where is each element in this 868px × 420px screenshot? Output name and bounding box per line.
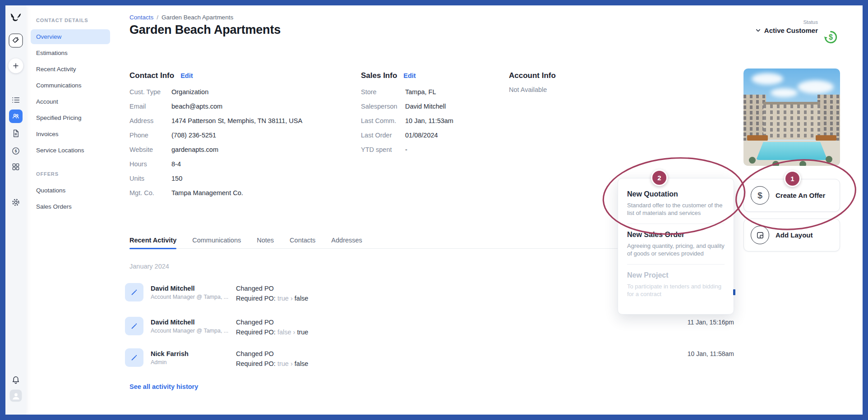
sidebar-item-sales-orders[interactable]: Sales Orders bbox=[31, 199, 110, 214]
see-all-activity-link[interactable]: See all activity history bbox=[129, 383, 198, 390]
field-value: 01/08/2024 bbox=[405, 131, 438, 140]
po-label: Required PO: bbox=[236, 360, 276, 367]
po-new-value: true bbox=[297, 329, 308, 336]
status-label: Status bbox=[728, 19, 818, 25]
rail-button-documents[interactable] bbox=[11, 129, 21, 138]
rail-button-notifications[interactable] bbox=[11, 375, 21, 385]
activity-change-detail: Required PO: false › true bbox=[236, 329, 308, 336]
sidebar-item-recent-activity[interactable]: Recent Activity bbox=[31, 62, 110, 77]
menu-divider bbox=[627, 264, 725, 265]
activity-timestamp: 11 Jan, 15:16pm bbox=[688, 319, 734, 326]
menu-divider bbox=[627, 224, 725, 224]
status-dropdown[interactable]: Active Customer bbox=[710, 27, 818, 34]
rail-button-list[interactable] bbox=[11, 95, 21, 105]
po-old-value: true bbox=[277, 360, 289, 367]
create-offer-label: Create An Offer bbox=[776, 192, 825, 199]
contact-info-edit-button[interactable]: Edit bbox=[180, 72, 193, 79]
field-label: Phone bbox=[129, 131, 171, 140]
field-label: Mgt. Co. bbox=[129, 188, 171, 197]
sales-info-edit-button[interactable]: Edit bbox=[403, 72, 416, 79]
annotation-step-badge-2: 2 bbox=[651, 169, 668, 186]
account-info-title: Account Info bbox=[509, 71, 556, 80]
rail-button-sales[interactable]: $ bbox=[11, 146, 21, 156]
sidebar-item-specified-pricing[interactable]: Specified Pricing bbox=[31, 110, 110, 125]
sidebar-item-overview[interactable]: Overview bbox=[31, 29, 110, 44]
field-label: Store bbox=[361, 87, 405, 96]
tab-recent-activity[interactable]: Recent Activity bbox=[129, 232, 176, 248]
field-value: 10 Jan, 11:53am bbox=[405, 116, 453, 125]
activity-user-name: David Mitchell bbox=[151, 319, 195, 326]
menu-item-new-sales-order[interactable]: New Sales Order Agreeing quantity, prici… bbox=[627, 231, 725, 257]
cloud-shape bbox=[798, 80, 834, 94]
icon-rail: $ bbox=[5, 5, 26, 415]
sidebar-item-account[interactable]: Account bbox=[31, 94, 110, 109]
status-value: Active Customer bbox=[764, 27, 818, 34]
cloud-shape bbox=[752, 73, 783, 85]
page-title: Garden Beach Apartments bbox=[129, 23, 281, 37]
svg-text:$: $ bbox=[829, 33, 833, 41]
field-value: David Mitchell bbox=[405, 102, 446, 111]
tab-addresses[interactable]: Addresses bbox=[331, 232, 362, 248]
rail-button-tags[interactable] bbox=[9, 34, 23, 48]
layout-icon bbox=[751, 226, 769, 244]
activity-timestamp: 10 Jan, 11:58am bbox=[688, 350, 734, 357]
menu-item-description: To participate in tenders and bidding fo… bbox=[627, 283, 725, 298]
activity-change-detail: Required PO: true › false bbox=[236, 360, 308, 367]
pencil-icon bbox=[125, 317, 143, 335]
building-center bbox=[763, 102, 820, 140]
people-icon bbox=[9, 110, 23, 123]
rail-user-avatar[interactable] bbox=[10, 390, 22, 402]
menu-item-description: Agreeing quantity, pricing, and quality … bbox=[627, 242, 725, 257]
field-value: gardenapts.com bbox=[171, 145, 218, 154]
field-value: Organization bbox=[171, 87, 208, 96]
rail-button-add[interactable] bbox=[9, 59, 23, 73]
breadcrumb-contacts-link[interactable]: Contacts bbox=[129, 14, 153, 21]
rail-logo[interactable] bbox=[10, 12, 22, 24]
sidebar-item-service-locations[interactable]: Service Locations bbox=[31, 143, 110, 158]
crm-app-window: $ CONTACT DETAILS Overview Estimations R… bbox=[5, 5, 863, 415]
new-offer-popup-menu: New Quotation Standard offer to the cust… bbox=[618, 178, 734, 315]
gear-icon bbox=[11, 198, 21, 207]
bell-icon bbox=[11, 375, 21, 385]
breadcrumb-current: Garden Beach Apartments bbox=[162, 14, 233, 21]
po-new-value: false bbox=[295, 360, 309, 367]
sidebar-item-quotations[interactable]: Quotations bbox=[31, 183, 110, 198]
add-layout-button[interactable]: Add Layout bbox=[743, 219, 840, 251]
plus-icon bbox=[9, 59, 23, 73]
refresh-dollar-icon[interactable]: $ bbox=[823, 29, 839, 45]
sidebar-item-communications[interactable]: Communications bbox=[31, 78, 110, 93]
chevron-down-icon bbox=[755, 27, 761, 33]
activity-action: Changed PO bbox=[236, 319, 274, 326]
rail-button-contacts-active[interactable] bbox=[9, 110, 23, 123]
field-label: Email bbox=[129, 102, 171, 111]
activity-user-name: Nick Farrish bbox=[151, 350, 189, 357]
property-photo bbox=[743, 68, 840, 166]
field-value: 1474 Patterson St, Memphis, TN 38111, US… bbox=[171, 116, 302, 125]
po-old-value: true bbox=[277, 295, 289, 302]
menu-item-new-quotation[interactable]: New Quotation Standard offer to the cust… bbox=[627, 190, 725, 217]
field-label: Address bbox=[129, 116, 171, 125]
rail-button-settings[interactable] bbox=[11, 198, 21, 207]
sidebar-section-contact-details: CONTACT DETAILS bbox=[36, 18, 122, 23]
sales-info-title: Sales Info bbox=[361, 71, 397, 80]
grid-icon bbox=[11, 162, 20, 171]
activity-user-role: Account Manager @ Tampa, ... bbox=[151, 294, 228, 300]
management-company-link[interactable]: Tampa Management Co. bbox=[171, 188, 243, 197]
field-value: 150 bbox=[171, 174, 182, 183]
activity-action: Changed PO bbox=[236, 350, 274, 357]
tab-contacts[interactable]: Contacts bbox=[290, 232, 315, 248]
tab-communications[interactable]: Communications bbox=[192, 232, 241, 248]
tag-icon bbox=[9, 34, 23, 48]
menu-item-description: Standard offer to the customer of the li… bbox=[627, 201, 725, 217]
tab-notes[interactable]: Notes bbox=[257, 232, 274, 248]
arrow-separator: › bbox=[293, 329, 295, 336]
menu-item-new-project-disabled: New Project To participate in tenders an… bbox=[627, 271, 725, 298]
field-label: Units bbox=[129, 174, 171, 183]
activity-user-role: Account Manager @ Tampa, ... bbox=[151, 328, 228, 334]
sidebar-item-estimations[interactable]: Estimations bbox=[31, 46, 110, 60]
po-label: Required PO: bbox=[236, 329, 276, 336]
sidebar-item-invoices[interactable]: Invoices bbox=[31, 127, 110, 142]
field-label: YTD spent bbox=[361, 145, 405, 154]
rail-button-apps[interactable] bbox=[11, 162, 20, 171]
field-label: Salesperson bbox=[361, 102, 405, 111]
